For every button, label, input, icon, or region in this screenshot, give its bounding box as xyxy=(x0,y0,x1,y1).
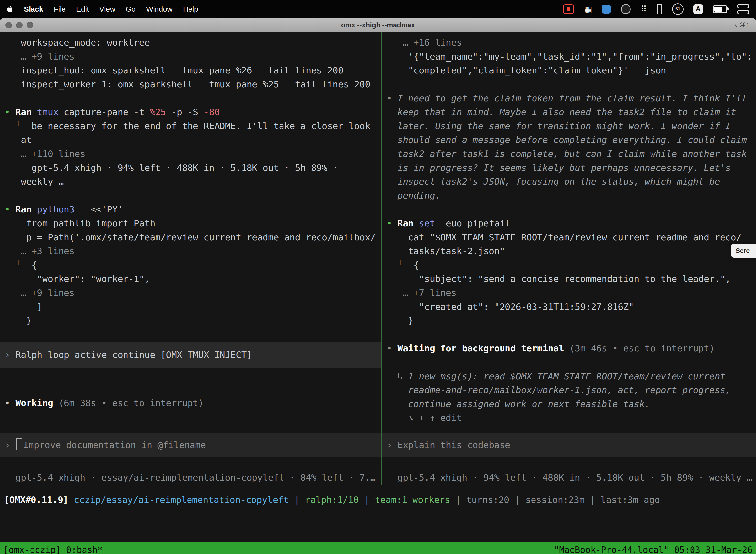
dots-grid-icon[interactable]: ⠿ xyxy=(641,5,647,13)
terminal-line: └ { xyxy=(387,258,756,272)
terminal-line xyxy=(387,355,756,369)
terminal-line: tasks/task-2.json" xyxy=(387,244,756,258)
window-title: omx --xhigh --madmax xyxy=(341,21,415,29)
tmux-panes: workspace_mode: worktree … +9 lines insp… xyxy=(0,32,756,485)
prompt-placeholder: Improve documentation in @filename xyxy=(23,438,206,452)
terminal-line: task2 after task1 is complete, but can I… xyxy=(387,147,756,161)
terminal-line: from pathlib import Path xyxy=(5,216,381,230)
terminal-line: └ { xyxy=(5,258,381,272)
badge-61-icon[interactable]: 61 xyxy=(672,3,684,15)
terminal-line: … +9 lines xyxy=(5,286,381,300)
control-center-icon[interactable] xyxy=(737,4,749,14)
terminal-line: keep that in mind. Maybe I also need the… xyxy=(387,105,756,119)
terminal-line xyxy=(387,328,756,341)
terminal-line: • Ran python3 - <<'PY' xyxy=(5,203,381,216)
terminal-line: "worker": "worker-1", xyxy=(5,272,381,286)
terminal-line: • Waiting for background terminal (3m 46… xyxy=(387,341,756,355)
terminal-line xyxy=(5,91,381,105)
terminal-line xyxy=(387,203,756,216)
grid-icon[interactable]: ▦ xyxy=(584,5,592,13)
terminal-line xyxy=(5,189,381,203)
input-source-icon[interactable]: A xyxy=(693,4,703,14)
menu-item-file[interactable]: File xyxy=(54,5,65,13)
pane-right-prompt-input[interactable]: › Explain this codebase xyxy=(382,433,756,457)
pane-right-status-line: gpt-5.4 xhigh · 94% left · 488K in · 5.1… xyxy=(382,470,756,485)
terminal-line: continue assigned work or next feasible … xyxy=(387,397,756,411)
battery-icon[interactable] xyxy=(713,5,727,13)
pane-left-prompt-input[interactable]: › Improve documentation in @filename xyxy=(0,433,381,457)
terminal-line: "completed","claim_token":"claim-token"}… xyxy=(387,63,756,77)
terminal-line: … +3 lines xyxy=(5,244,381,258)
terminal-line: ⌥ + ↑ edit xyxy=(387,411,756,425)
terminal-line: } xyxy=(5,314,381,328)
terminal-line: "created_at": "2026-03-31T11:59:27.816Z" xyxy=(387,300,756,314)
terminal-line: • Ran tmux capture-pane -t %25 -p -S -80 xyxy=(5,105,381,119)
menu-bar: Slack File Edit View Go Window Help ▦ ⠿ … xyxy=(0,0,756,18)
minimize-button[interactable] xyxy=(16,22,22,28)
terminal-line xyxy=(387,77,756,91)
terminal-line: … +7 lines xyxy=(387,286,756,300)
terminal-line: should send a message before completing … xyxy=(387,133,756,147)
terminal-line: • I need to get the claim token from the… xyxy=(387,91,756,105)
text-cursor xyxy=(16,438,22,450)
pane-left-status-line: gpt-5.4 xhigh · essay/ai-reimplementatio… xyxy=(0,470,381,485)
terminal-line: • Working (6m 38s • esc to interrupt) xyxy=(5,396,381,410)
window-shortcut: ⌥⌘1 xyxy=(732,21,750,29)
menu-item-go[interactable]: Go xyxy=(126,5,136,13)
terminal-line: } xyxy=(387,314,756,328)
terminal-line: readme-and-reco/mailbox/worker-1.json, a… xyxy=(387,383,756,397)
terminal-line: is in progress? It seems likely but perh… xyxy=(387,161,756,175)
terminal-line xyxy=(5,382,381,396)
pane-left[interactable]: workspace_mode: worktree … +9 lines insp… xyxy=(0,32,381,485)
traffic-lights xyxy=(5,18,33,32)
prompt-placeholder: Explain this codebase xyxy=(397,438,510,452)
menu-item-window[interactable]: Window xyxy=(146,5,173,13)
screen-recording-icon[interactable] xyxy=(563,4,574,14)
terminal-line: • Ran set -euo pipefail xyxy=(387,216,756,230)
window-title-bar[interactable]: omx --xhigh --madmax ⌥⌘1 xyxy=(0,18,756,32)
terminal-line: ↳ 1 new msg(s): read $OMX_TEAM_STATE_ROO… xyxy=(387,369,756,383)
dark-circle-app-icon[interactable] xyxy=(621,4,631,14)
pane-right[interactable]: … +16 lines '{"team_name":"my-team","tas… xyxy=(382,32,756,485)
menu-item-help[interactable]: Help xyxy=(183,5,198,13)
terminal-line: … +16 lines xyxy=(387,36,756,50)
terminal-line: p = Path('.omx/state/team/review-current… xyxy=(5,230,381,244)
menu-item-view[interactable]: View xyxy=(99,5,115,13)
terminal-content: workspace_mode: worktree … +9 lines insp… xyxy=(0,32,756,554)
terminal-line: └ be necessary for the end of the README… xyxy=(5,119,381,133)
prompt-chevron: › xyxy=(387,438,392,452)
menu-bar-status-icons: ▦ ⠿ 61 A xyxy=(563,3,749,15)
terminal-line: cat "$OMX_TEAM_STATE_ROOT/team/review-cu… xyxy=(387,230,756,244)
menu-app-name[interactable]: Slack xyxy=(24,5,43,13)
terminal-line: inspect_worker-1: omx sparkshell --tmux-… xyxy=(5,77,381,91)
menu-bar-left: Slack File Edit View Go Window Help xyxy=(7,5,198,13)
terminal-line: ] xyxy=(5,300,381,314)
terminal-line: … +9 lines xyxy=(5,50,381,63)
tmux-status-bar: [omx-cczip] 0:bash* "MacBook-Pro-44.loca… xyxy=(0,542,756,554)
terminal-line: gpt-5.4 xhigh · 94% left · 488K in · 5.1… xyxy=(5,161,381,175)
terminal-line: workspace_mode: worktree xyxy=(5,36,381,50)
terminal-line xyxy=(5,328,381,341)
terminal-line: › Ralph loop active continue [OMX_TMUX_I… xyxy=(0,341,381,368)
blue-app-icon[interactable] xyxy=(602,5,611,14)
zoom-button[interactable] xyxy=(27,22,33,28)
omx-hud-line: [OMX#0.11.9] cczip/essay/ai-reimplementa… xyxy=(0,486,756,542)
prompt-chevron: › xyxy=(5,438,10,452)
terminal-line: inspect task2's JSON, focusing on the st… xyxy=(387,175,756,189)
tmux-host-clock: "MacBook-Pro-44.local" 05:03 31-Mar-26 xyxy=(554,543,753,554)
terminal-line xyxy=(5,368,381,382)
apple-menu-icon[interactable] xyxy=(7,5,13,13)
tmux-session-window: [omx-cczip] 0:bash* xyxy=(3,543,103,554)
terminal-line: inspect_hud: omx sparkshell --tmux-pane … xyxy=(5,63,381,77)
menu-item-edit[interactable]: Edit xyxy=(76,5,89,13)
pane-left-output: workspace_mode: worktree … +9 lines insp… xyxy=(0,32,381,410)
terminal-line: weekly … xyxy=(5,175,381,189)
slim-app-icon[interactable] xyxy=(657,4,662,14)
terminal-line: … +110 lines xyxy=(5,147,381,161)
close-button[interactable] xyxy=(5,22,12,28)
screenshot-toast[interactable]: Scre xyxy=(731,244,756,258)
terminal-line: '{"team_name":"my-team","task_id":"1","f… xyxy=(387,50,756,63)
terminal-line: "subject": "send a concise recommendatio… xyxy=(387,272,756,286)
terminal-line: at xyxy=(5,133,381,147)
terminal-line: later. Using the same for transition mig… xyxy=(387,119,756,133)
